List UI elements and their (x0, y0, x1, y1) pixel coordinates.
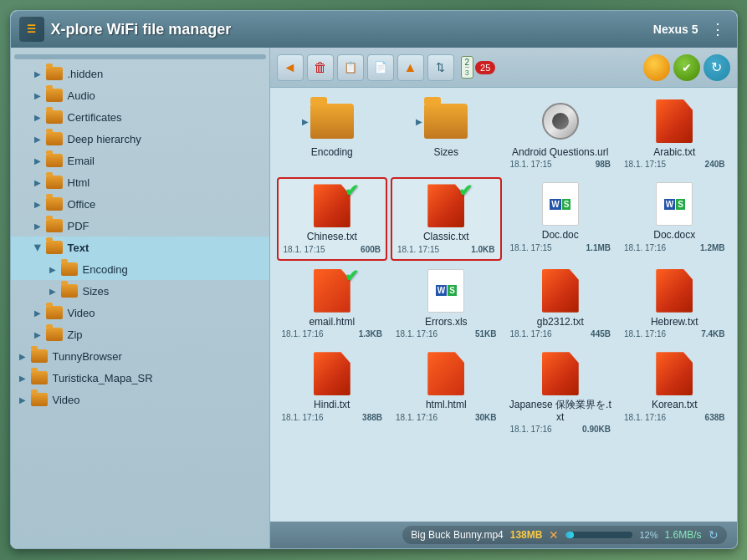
folder-icon-big (310, 104, 354, 139)
sidebar-label-video2: Video (53, 394, 80, 406)
sidebar-item-deep[interactable]: ▶ Deep hierarchy (11, 128, 269, 150)
folder-icon-office (46, 197, 63, 211)
sidebar-item-email[interactable]: ▶ Email (11, 150, 269, 171)
file-item-hindi[interactable]: Hindi.txt 18.1. 17:16 388B (277, 347, 388, 439)
back-button[interactable]: ◄ (277, 54, 304, 81)
progress-fill (565, 532, 574, 538)
folder-icon-turisticka (31, 371, 48, 384)
chevron-icon: ▶ (34, 135, 41, 144)
chevron-icon: ▶ (34, 221, 41, 231)
chevron-icon: ▶ (49, 265, 56, 274)
file-item-email-html[interactable]: ✔ email.html 18.1. 17:16 1.3KB (277, 264, 388, 344)
chevron-icon: ▶ (34, 178, 41, 187)
sidebar-item-turisticka[interactable]: ▶ Turisticka_Mapa_SR (11, 367, 269, 389)
right-panel: ◄ 🗑 📋 📄 ▲ ⇅ 2 3 25 ✔ ↻ (270, 48, 737, 548)
file-size: 98B (596, 160, 611, 169)
file-item-doc[interactable]: W S Doc.doc 18.1. 17:15 1.1MB (505, 177, 617, 260)
chevron-icon: ▶ (49, 287, 56, 296)
title-right: Nexus 5 ⋮ (653, 17, 729, 42)
sidebar-item-html[interactable]: ▶ Html (11, 171, 269, 193)
folder-icon-certificates (46, 110, 63, 124)
sidebar-label-tunnybrowser: TunnyBrowser (53, 350, 122, 363)
sheet-icon: S (448, 285, 457, 296)
file-date: 18.1. 17:15 (510, 243, 552, 252)
xls-ws-logo: W S (436, 285, 457, 296)
file-icon-wrap (652, 352, 696, 395)
refresh-button[interactable]: ↻ (704, 54, 730, 81)
sidebar-item-certificates[interactable]: ▶ Certificates (11, 106, 269, 128)
device-name: Nexus 5 (653, 23, 698, 36)
file-item-japanese[interactable]: Japanese 保険業界を.txt 18.1. 17:16 0.90KB (505, 347, 617, 439)
sidebar-item-text[interactable]: ▶ Text (11, 237, 269, 258)
counter-group: 2 3 25 (461, 56, 496, 79)
folder-icon-html (46, 176, 63, 189)
folder-icon-deep (46, 132, 63, 145)
copy-button[interactable]: 📋 (337, 54, 364, 81)
orange-circle-button[interactable] (643, 54, 670, 81)
sidebar-item-sizes[interactable]: ▶ Sizes (11, 280, 269, 302)
file-item-arabic[interactable]: Arabic.txt 18.1. 17:15 240B (619, 94, 730, 174)
file-date: 18.1. 17:15 (510, 160, 552, 169)
file-name-html-html: html.html (426, 399, 467, 410)
menu-button[interactable]: ⋮ (707, 17, 729, 42)
sidebar-item-office[interactable]: ▶ Office (11, 193, 269, 215)
file-item-classic[interactable]: ✔ Classic.txt 18.1. 17:15 1.0KB (391, 177, 502, 260)
file-size: 600B (361, 245, 381, 254)
sidebar-item-video[interactable]: ▶ Video (11, 302, 269, 323)
word-icon: W (550, 199, 560, 210)
folder-arrow-icon: ▶ (416, 117, 422, 126)
toolbar-right: ✔ ↻ (643, 54, 730, 81)
up-button[interactable]: ▲ (397, 54, 424, 81)
file-date: 18.1. 17:15 (284, 245, 325, 254)
folder-icon-video2 (31, 393, 48, 406)
check-button[interactable]: ✔ (673, 54, 700, 81)
sidebar-label-pdf: PDF (68, 220, 90, 232)
main-content: ▶ .hidden ▶ Audio ▶ Certificates ▶ Deep … (11, 48, 737, 548)
file-item-html-html[interactable]: html.html 18.1. 17:16 30KB (391, 347, 502, 439)
txt-icon-arabic (656, 99, 693, 143)
url-icon (542, 103, 579, 140)
sidebar-item-pdf[interactable]: ▶ PDF (11, 215, 269, 237)
sidebar-label-certificates: Certificates (68, 111, 122, 124)
file-item-docx[interactable]: W S Doc.docx 18.1. 17:16 1.2MB (619, 177, 730, 260)
file-date: 18.1. 17:15 (397, 245, 439, 254)
file-icon-wrap: ▶ (310, 99, 354, 143)
file-meta-doc: 18.1. 17:15 1.1MB (509, 243, 613, 252)
file-date: 18.1. 17:16 (282, 413, 324, 422)
selection-counter: 25 (475, 61, 495, 74)
file-icon-wrap: W S (539, 182, 582, 226)
file-item-sizes-folder[interactable]: ▶ Sizes (391, 94, 502, 174)
file-name-japanese: Japanese 保険業界を.txt (509, 399, 613, 423)
file-icon-wrap (652, 99, 696, 143)
sidebar-item-hidden[interactable]: ▶ .hidden (11, 63, 269, 84)
sheet-icon: S (676, 199, 685, 210)
file-item-hebrew[interactable]: Hebrew.txt 18.1. 17:16 7.4KB (619, 264, 730, 344)
chevron-icon: ▶ (34, 330, 41, 339)
file-item-encoding-folder[interactable]: ▶ Encoding (277, 94, 388, 174)
chevron-icon: ▶ (34, 308, 41, 318)
file-date: 18.1. 17:16 (624, 243, 666, 252)
file-icon-wrap: ▶ (424, 99, 468, 143)
sidebar-item-video2[interactable]: ▶ Video (11, 389, 269, 410)
folder-icon-pdf (46, 219, 63, 232)
file-item-gb2312[interactable]: gb2312.txt 18.1. 17:16 445B (505, 264, 617, 344)
delete-button[interactable]: 🗑 (307, 54, 334, 81)
file-icon-wrap: ✔ (424, 184, 468, 227)
sidebar-item-encoding[interactable]: ▶ Encoding (11, 258, 269, 280)
download-refresh-icon[interactable]: ↻ (709, 528, 719, 542)
file-item-errors-xls[interactable]: W S Errors.xls 18.1. 17:16 51KB (391, 264, 502, 344)
docx-icon: W S (656, 182, 693, 226)
sort-button[interactable]: ⇅ (427, 54, 454, 81)
download-close-button[interactable]: ✕ (549, 528, 559, 542)
file-item-android-questions[interactable]: Android Questions.url 18.1. 17:15 98B (505, 94, 617, 174)
file-item-chinese[interactable]: ✔ Chinese.txt 18.1. 17:15 600B (277, 177, 388, 260)
sidebar: ▶ .hidden ▶ Audio ▶ Certificates ▶ Deep … (11, 48, 270, 548)
chevron-icon: ▶ (19, 352, 26, 361)
title-left: ☰ X-plore WiFi file manager (19, 17, 232, 42)
file-item-korean[interactable]: Korean.txt 18.1. 17:16 638B (619, 347, 730, 439)
folder-icon-video (46, 306, 63, 319)
paste-button[interactable]: 📄 (367, 54, 394, 81)
sidebar-item-tunnybrowser[interactable]: ▶ TunnyBrowser (11, 345, 269, 367)
sidebar-item-audio[interactable]: ▶ Audio (11, 84, 269, 106)
sidebar-item-zip[interactable]: ▶ Zip (11, 323, 269, 345)
